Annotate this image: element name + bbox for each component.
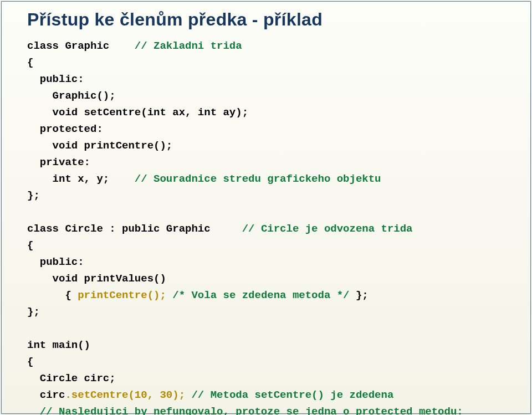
code-brace-end2: }; (27, 306, 40, 318)
comment-protected: // Nasledujici by nefungovalo, protoze s… (27, 406, 463, 415)
code-protected: protected: (27, 123, 103, 135)
comment-derived: // Circle je odvozena trida (242, 223, 413, 235)
code-callpc-end: }; (356, 289, 369, 301)
code-class-graphic: class Graphic (27, 40, 109, 52)
code-circle-decl: Circle circ; (27, 372, 116, 385)
code-public: public: (27, 73, 84, 85)
code-public2: public: (27, 256, 84, 268)
code-circ1a: circ (27, 389, 65, 401)
code-intxy: int x, y; (27, 173, 109, 185)
code-brace-end: }; (27, 189, 40, 202)
code-block: class Graphic // Zakladni trida { public… (27, 38, 510, 415)
code-brace: { (27, 239, 33, 252)
code-ctor: Graphic(); (27, 90, 116, 102)
comment-coords: // Souradnice stredu grafickeho objektu (135, 173, 381, 185)
code-printvalues: void printValues() (27, 273, 166, 285)
code-printcentre-decl: void printCentre(); (27, 140, 172, 152)
comment-base-class: // Zakladni trida (135, 40, 242, 52)
code-callpc-pre: { (27, 289, 78, 301)
slide-container: Přístup ke členům předka - příklad class… (1, 1, 531, 414)
slide-title: Přístup ke členům předka - příklad (27, 9, 510, 30)
code-main: int main() (27, 339, 90, 351)
code-callpc-call: printCentre(); (78, 289, 166, 301)
code-setcentre-call: .setCentre(10, 30); (65, 389, 185, 401)
code-brace: { (27, 57, 33, 69)
code-setcentre: void setCentre(int ax, int ay); (27, 106, 248, 119)
comment-setcentre: // Metoda setCentre() je zdedena (185, 389, 393, 401)
code-brace5: { (27, 356, 33, 368)
comment-inherited-call: /* Vola se zdedena metoda */ (166, 289, 356, 301)
code-class-circle: class Circle : public Graphic (27, 223, 211, 235)
code-private: private: (27, 156, 90, 168)
